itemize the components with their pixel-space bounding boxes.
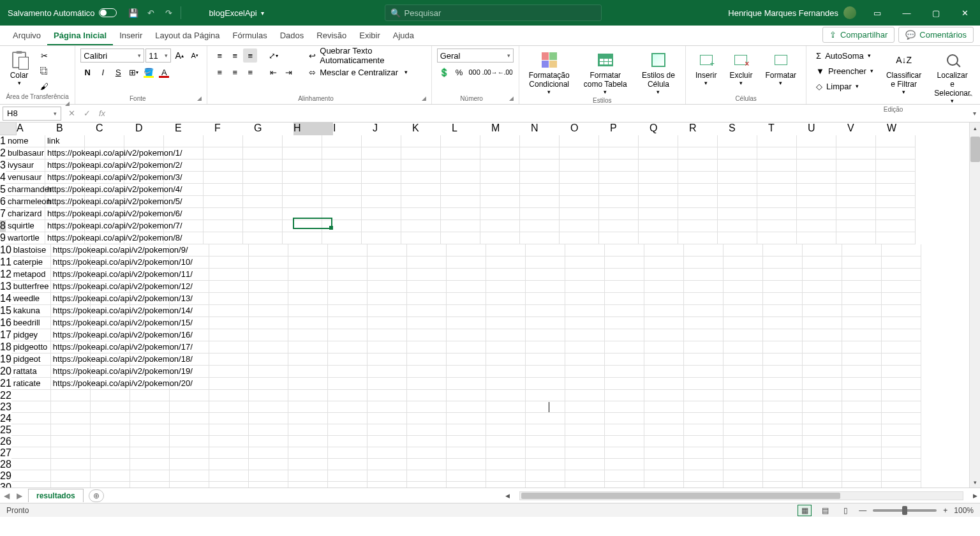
cell[interactable] [876,135,916,147]
cell[interactable] [882,341,921,354]
cell[interactable] [368,341,407,354]
cell[interactable] [441,160,480,172]
cell[interactable] [882,317,921,329]
cell[interactable] [130,401,170,413]
column-header[interactable]: G [254,123,293,135]
cell[interactable] [407,424,447,436]
cell[interactable] [639,196,678,208]
cell[interactable] [763,447,803,459]
cell[interactable] [11,459,51,470]
cell[interactable] [288,341,328,354]
cell[interactable] [605,341,644,354]
cell[interactable] [447,413,486,424]
cell[interactable] [288,436,328,447]
cell[interactable] [644,482,684,488]
cell[interactable]: rattata [11,366,51,378]
cell[interactable] [322,196,362,208]
cell[interactable] [644,413,684,424]
column-header[interactable]: C [96,123,135,135]
cell[interactable] [441,232,480,244]
cell[interactable] [565,293,605,305]
cell[interactable] [243,147,283,160]
cell[interactable] [644,269,684,281]
cell[interactable] [51,447,91,459]
cell[interactable] [565,459,605,470]
tab-review[interactable]: Revisão [310,27,353,45]
cell[interactable] [249,257,288,269]
cell[interactable] [209,341,249,354]
cell[interactable] [724,354,763,366]
cell[interactable] [520,196,560,208]
undo-icon[interactable]: ↶ [145,6,158,19]
cell[interactable] [684,257,724,269]
cell[interactable] [684,281,724,293]
cell[interactable] [724,459,763,470]
cell[interactable] [288,269,328,281]
cell[interactable] [328,244,368,257]
cell[interactable] [560,232,599,244]
cell[interactable] [368,378,407,390]
cell[interactable] [204,172,243,184]
cell[interactable] [124,135,164,147]
cell[interactable] [526,281,565,293]
cell[interactable] [11,470,51,482]
cell[interactable] [209,482,249,488]
cell[interactable] [486,293,526,305]
cell[interactable] [724,482,763,488]
cell[interactable] [407,281,447,293]
cell[interactable] [724,317,763,329]
page-layout-view-icon[interactable]: ▤ [818,505,832,516]
cell[interactable] [803,244,842,257]
cell[interactable] [876,172,916,184]
cell[interactable] [170,413,209,424]
cell[interactable] [447,447,486,459]
row-header[interactable]: 14 [0,293,11,305]
cell[interactable] [644,293,684,305]
cell[interactable] [328,413,368,424]
autosave-toggle[interactable]: Salvamento Automático [0,8,124,18]
cell[interactable] [565,244,605,257]
cell[interactable] [441,147,480,160]
scrollbar-thumb[interactable] [521,493,840,499]
cell[interactable] [520,160,560,172]
cell[interactable] [170,424,209,436]
cell[interactable] [882,329,921,341]
cell[interactable] [842,281,882,293]
cell[interactable] [882,390,921,401]
cell[interactable] [882,305,921,317]
cell[interactable] [368,257,407,269]
cell[interactable] [249,401,288,413]
cell[interactable] [842,436,882,447]
percent-icon[interactable]: % [452,65,466,79]
ribbon-display-icon[interactable]: ▭ [863,0,892,26]
cell[interactable] [763,424,803,436]
cell[interactable] [130,459,170,470]
cell[interactable] [486,436,526,447]
cell[interactable] [526,482,565,488]
cell[interactable]: https://pokeapi.co/api/v2/pokemon/20/ [51,378,91,390]
cell[interactable] [204,196,243,208]
cell[interactable] [882,378,921,390]
cell[interactable] [678,208,718,220]
cell[interactable] [288,293,328,305]
cell[interactable] [328,378,368,390]
cell[interactable]: ivysaur [6,160,45,172]
cell[interactable] [288,329,328,341]
cell[interactable] [684,329,724,341]
cell[interactable] [836,135,876,147]
cell[interactable] [842,244,882,257]
cell[interactable] [520,172,560,184]
format-as-table-button[interactable]: Formatar como Tabela▾ [578,48,633,97]
cell[interactable] [91,482,130,488]
cell[interactable]: https://pokeapi.co/api/v2/pokemon/9/ [51,244,91,257]
cell[interactable]: link [45,135,85,147]
zoom-slider[interactable] [873,509,937,512]
cell[interactable] [644,390,684,401]
cell[interactable] [447,424,486,436]
cell[interactable] [209,281,249,293]
cell[interactable] [368,293,407,305]
cell[interactable] [724,436,763,447]
cell[interactable] [718,232,757,244]
cell[interactable] [170,470,209,482]
cell[interactable] [328,317,368,329]
